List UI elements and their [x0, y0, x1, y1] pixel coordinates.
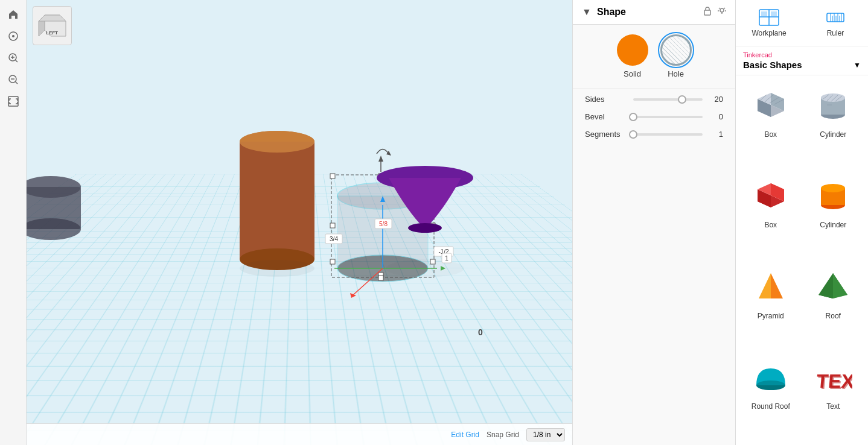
svg-point-45 [386, 259, 464, 277]
cylinder-orange-thumb [812, 175, 854, 218]
orbit-button[interactable] [4, 27, 23, 46]
library-name: Basic Shapes [743, 60, 854, 70]
svg-rect-9 [8, 96, 18, 106]
svg-rect-18 [240, 142, 314, 259]
workplane-button[interactable]: Workplane [736, 5, 802, 41]
svg-marker-105 [819, 295, 847, 298]
shapes-grid: Box Cylinder [736, 75, 868, 445]
shape-item-round-roof[interactable]: Round Roof [742, 353, 800, 439]
segments-slider-area [633, 133, 703, 136]
svg-text:1: 1 [445, 255, 448, 262]
sides-slider[interactable] [633, 98, 703, 101]
svg-marker-42 [350, 293, 356, 298]
zoom-in-button[interactable] [4, 48, 23, 68]
svg-point-98 [821, 184, 845, 192]
shape-item-cylinder-orange[interactable]: Cylinder [805, 172, 863, 257]
collapse-button[interactable]: ▼ [581, 7, 592, 17]
svg-rect-33 [378, 276, 383, 280]
sides-thumb [678, 95, 686, 104]
round-roof-thumb [750, 357, 792, 399]
ruler-label: Ruler [827, 29, 844, 37]
solid-circle [617, 34, 648, 66]
bevel-value: 0 [709, 112, 723, 121]
svg-marker-104 [833, 273, 847, 295]
svg-rect-66 [771, 11, 777, 16]
fit-button[interactable] [4, 92, 23, 111]
box-red-thumb [750, 175, 792, 218]
light-icon[interactable] [717, 6, 727, 18]
svg-text:TEXT: TEXT [817, 371, 852, 393]
segments-row: Segments 1 [585, 130, 723, 139]
left-toolbar [0, 0, 27, 445]
hole-option[interactable]: Hole [660, 34, 692, 78]
shape-panel: ▼ Shape Solid Hole Sides [572, 0, 735, 445]
home-button[interactable] [4, 5, 23, 24]
svg-point-20 [240, 131, 314, 153]
bevel-slider-area [633, 116, 703, 118]
box-gray-thumb [750, 85, 792, 127]
roof-label: Roof [826, 312, 841, 320]
svg-point-44 [408, 223, 442, 233]
shape-library: Workplane Ruler Tinkercad Basic Shapes ▼ [735, 0, 868, 445]
library-dropdown[interactable]: ▼ [854, 61, 861, 69]
shape-item-box-gray[interactable]: Box [742, 81, 800, 167]
svg-rect-25 [330, 223, 335, 228]
svg-text:5/8: 5/8 [379, 221, 388, 227]
hole-label: Hole [668, 69, 684, 78]
shape-item-pyramid[interactable]: Pyramid [742, 263, 800, 349]
pyramid-thumb [750, 267, 792, 309]
bevel-thumb [629, 113, 637, 121]
svg-text:3/4: 3/4 [330, 236, 338, 242]
lock-icon[interactable] [703, 6, 712, 18]
view-cube[interactable]: LEFT [33, 6, 72, 45]
svg-rect-31 [330, 259, 335, 264]
segments-label: Segments [585, 130, 627, 139]
pyramid-label: Pyramid [758, 312, 784, 320]
shape-item-box-red[interactable]: Box [742, 172, 800, 257]
svg-point-107 [756, 380, 785, 390]
svg-line-8 [15, 82, 18, 84]
svg-text:0: 0 [478, 327, 483, 337]
svg-marker-99 [759, 273, 771, 298]
ruler-button[interactable]: Ruler [802, 5, 868, 41]
shape-item-roof[interactable]: Roof [805, 263, 863, 349]
shape-panel-header: ▼ Shape [573, 0, 735, 25]
zoom-out-button[interactable] [4, 70, 23, 89]
svg-marker-100 [771, 273, 783, 298]
shape-item-cylinder-gray[interactable]: Cylinder [805, 81, 863, 167]
roof-thumb [812, 267, 854, 309]
cylinder-gray-label: Cylinder [820, 130, 846, 139]
svg-text:LEFT: LEFT [46, 30, 58, 36]
box-red-label: Box [764, 221, 777, 229]
workplane-label: Workplane [752, 29, 786, 37]
sides-row: Sides 20 [585, 95, 723, 104]
sides-label: Sides [585, 95, 627, 104]
snap-grid-label: Snap Grid [487, 431, 519, 439]
snap-grid-select[interactable]: 1/8 in 1/4 in 1/2 in 1 in [526, 428, 565, 441]
bevel-row: Bevel 0 [585, 112, 723, 121]
svg-line-5 [15, 60, 18, 63]
bottom-bar: Edit Grid Snap Grid 1/8 in 1/4 in 1/2 in… [27, 423, 572, 445]
library-header: Tinkercad Basic Shapes ▼ [736, 46, 868, 75]
hole-circle [660, 34, 692, 66]
text-thumb: TEXT TEXT [812, 357, 854, 399]
canvas-area[interactable]: LEFT [27, 0, 572, 445]
panel-title: Shape [597, 7, 698, 17]
svg-rect-60 [704, 10, 710, 15]
box-gray-label: Box [764, 130, 777, 139]
solid-option[interactable]: Solid [617, 34, 648, 78]
segments-slider[interactable] [633, 133, 703, 136]
bevel-slider[interactable] [633, 116, 703, 118]
svg-point-49 [240, 260, 314, 277]
svg-rect-26 [330, 174, 335, 178]
library-source: Tinkercad [743, 51, 861, 58]
round-roof-label: Round Roof [752, 402, 790, 411]
cylinder-orange-label: Cylinder [820, 221, 846, 229]
cylinder-gray-thumb [812, 85, 854, 127]
edit-grid-label[interactable]: Edit Grid [451, 431, 479, 439]
shape-item-text[interactable]: TEXT TEXT Text [805, 353, 863, 439]
scene-svg: 3/4 5/8 -1/2 1 0 [27, 0, 572, 445]
segments-thumb [629, 130, 637, 139]
prop-section: Sides 20 Bevel 0 Segments [573, 88, 735, 145]
text-label: Text [826, 402, 840, 411]
